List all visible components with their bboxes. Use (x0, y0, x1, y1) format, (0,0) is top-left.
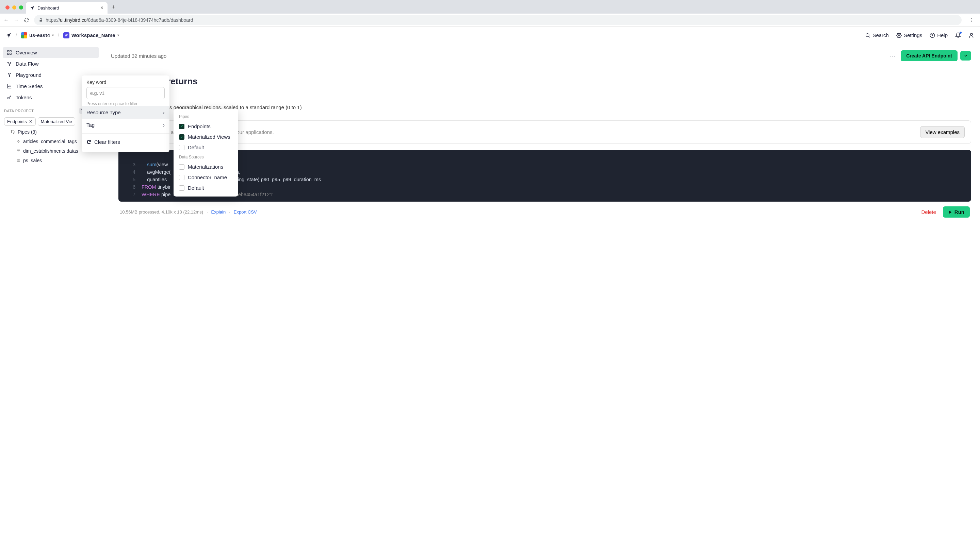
app-logo-icon[interactable] (5, 32, 11, 38)
chevron-down-icon: ▾ (118, 33, 119, 37)
checkbox-icon[interactable] (179, 164, 185, 170)
pipes-label: Pipes (3) (18, 129, 37, 135)
submenu-opt-default-pipes[interactable]: Default (173, 142, 238, 153)
browser-menu-icon[interactable]: ⋮ (966, 17, 977, 23)
pipe-name: ps_sales (23, 158, 42, 163)
app-header: / us-east4 ▾ / w Workspace_Name ▾ Search… (0, 27, 980, 44)
clear-filters-button[interactable]: Clear filters (82, 136, 169, 148)
user-avatar-icon[interactable] (969, 32, 975, 38)
region-selector[interactable]: us-east4 ▾ (21, 32, 54, 38)
svg-rect-4 (7, 51, 8, 52)
nav-forward-icon[interactable]: → (14, 17, 19, 23)
grid-icon (6, 50, 12, 55)
checkbox-checked-icon[interactable]: ✓ (179, 124, 185, 129)
export-csv-link[interactable]: Export CSV (234, 209, 257, 214)
svg-point-8 (8, 62, 8, 63)
help-button[interactable]: Help (930, 32, 948, 38)
more-menu-icon[interactable]: ⋯ (886, 52, 898, 60)
svg-rect-7 (10, 53, 11, 54)
create-api-button[interactable]: Create API Endpoint (901, 50, 958, 61)
address-bar[interactable]: https://ui.tinybird.co/8dae6a-8309-84je-… (34, 15, 962, 25)
sidebar-item-label: Data Flow (16, 61, 39, 67)
chip-materialized[interactable]: Materialized Vie (38, 117, 75, 126)
row-label: Resource Type (86, 109, 121, 115)
notifications-icon[interactable] (955, 32, 961, 38)
filter-resource-type[interactable]: Resource Type › (82, 106, 169, 119)
view-examples-button[interactable]: View examples (920, 126, 965, 138)
bolt-icon (16, 140, 21, 143)
resource-type-submenu: Pipes ✓ Endpoints ✓ Materialized Views D… (173, 109, 238, 197)
submenu-opt-materializations[interactable]: Materializations (173, 162, 238, 172)
section-label: DATA PROJECT (4, 109, 34, 113)
submenu-group-datasources: Data Sources (173, 153, 238, 162)
submenu-opt-default-ds[interactable]: Default (173, 182, 238, 193)
keyword-hint: Press enter or space to filter (86, 102, 165, 106)
window-close-icon[interactable] (5, 5, 10, 10)
window-zoom-icon[interactable] (19, 5, 23, 10)
search-label: Search (872, 32, 889, 38)
svg-point-13 (11, 130, 11, 131)
sidebar-item-dataflow[interactable]: Data Flow (3, 58, 99, 69)
opt-label: Connector_name (188, 174, 227, 180)
chip-remove-icon[interactable]: ✕ (29, 119, 33, 124)
svg-rect-6 (7, 53, 8, 54)
chip-endpoints[interactable]: Endpoints ✕ (4, 117, 36, 126)
nav-reload-icon[interactable] (24, 17, 29, 23)
browser-tab[interactable]: Dashboard × (26, 2, 108, 14)
browser-toolbar: ← → https://ui.tinybird.co/8dae6a-8309-8… (0, 14, 980, 27)
settings-button[interactable]: Settings (896, 32, 922, 38)
browser-tab-strip: Dashboard × + (0, 0, 980, 14)
create-api-dropdown[interactable] (960, 51, 971, 60)
keyword-input[interactable] (86, 87, 165, 99)
opt-label: Materialized Views (188, 134, 231, 140)
editor-footer: 10.56MB processed, 4.10k x 18 (22.12ms) … (118, 201, 971, 222)
run-label: Run (955, 209, 964, 215)
workspace-badge-icon: w (63, 32, 69, 38)
url-text: https://ui.tinybird.co/8dae6a-8309-84je-… (46, 17, 193, 23)
sql-editor[interactable]: normalized 3 sum(view_ 4 avgMerge( vg_du… (118, 150, 971, 201)
row-label: Tag (86, 122, 95, 128)
sidebar-item-label: Playground (16, 72, 41, 78)
settings-label: Settings (904, 32, 922, 38)
workspace-label: Workspace_Name (72, 32, 115, 38)
pipe-item[interactable]: ps_sales (3, 156, 99, 165)
svg-point-9 (10, 62, 11, 63)
workspace-selector[interactable]: w Workspace_Name ▾ (63, 32, 119, 38)
new-tab-button[interactable]: + (108, 4, 119, 14)
keyword-label: Key word (86, 79, 165, 85)
chevron-right-icon: › (163, 109, 165, 115)
checkbox-icon[interactable] (179, 145, 185, 150)
tab-title: Dashboard (37, 5, 59, 11)
svg-point-11 (8, 97, 9, 99)
nav-back-icon[interactable]: ← (3, 17, 9, 23)
submenu-opt-matviews[interactable]: ✓ Materialized Views (173, 132, 238, 142)
submenu-opt-endpoints[interactable]: ✓ Endpoints (173, 121, 238, 132)
explain-link[interactable]: Explain (211, 209, 226, 214)
lock-icon (39, 18, 43, 22)
tab-close-icon[interactable]: × (100, 5, 103, 11)
chevron-down-icon: ▾ (52, 33, 54, 37)
table-icon (16, 149, 21, 153)
region-label: us-east4 (29, 32, 50, 38)
sidebar-item-label: Tokens (16, 95, 32, 100)
search-button[interactable]: Search (865, 32, 889, 38)
checkbox-icon[interactable] (179, 175, 185, 180)
clear-label: Clear filters (94, 139, 120, 145)
pipe-title: product_returns (118, 76, 971, 87)
svg-rect-5 (10, 51, 11, 52)
breadcrumb-sep: / (16, 33, 17, 38)
window-minimize-icon[interactable] (12, 5, 16, 10)
chip-label: Materialized Vie (41, 119, 72, 124)
opt-label: Default (188, 185, 204, 191)
checkbox-icon[interactable] (179, 185, 185, 191)
checkbox-checked-icon[interactable]: ✓ (179, 134, 185, 140)
topline: Updated 32 minutes ago ⋯ Create API Endp… (111, 50, 971, 61)
delete-button[interactable]: Delete (918, 207, 939, 217)
submenu-opt-connector[interactable]: Connector_name (173, 172, 238, 182)
run-button[interactable]: Run (943, 206, 970, 217)
sidebar-item-label: Overview (16, 50, 37, 56)
breadcrumb-sep: / (58, 33, 59, 38)
sidebar-item-overview[interactable]: Overview (3, 47, 99, 58)
filter-tag[interactable]: Tag › (82, 119, 169, 131)
pipe-description[interactable]: Sales data from various geographical reg… (118, 105, 971, 110)
